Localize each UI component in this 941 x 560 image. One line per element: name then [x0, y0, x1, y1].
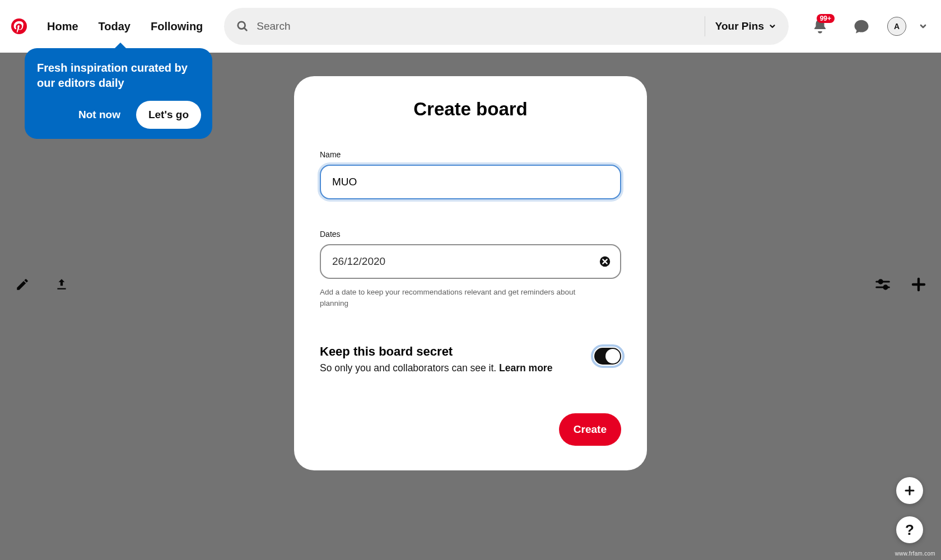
create-button[interactable]: Create	[559, 413, 621, 446]
svg-line-2	[244, 28, 247, 31]
floating-buttons: ?	[896, 477, 923, 543]
tooltip-go-button[interactable]: Let's go	[136, 101, 201, 129]
today-tooltip: Fresh inspiration curated by our editors…	[25, 48, 212, 139]
nav-today[interactable]: Today	[88, 12, 141, 41]
nav-following[interactable]: Following	[141, 12, 213, 41]
dates-label: Dates	[320, 230, 621, 239]
header-right-icons: 99+ A	[804, 11, 930, 42]
speech-bubble-icon	[853, 18, 870, 35]
close-circle-icon	[599, 255, 611, 268]
tooltip-text: Fresh inspiration curated by our editors…	[37, 60, 201, 91]
board-name-input[interactable]	[320, 165, 621, 199]
search-icon	[236, 20, 249, 32]
watermark: www.frfam.com	[895, 550, 935, 557]
secret-toggle[interactable]	[594, 348, 621, 365]
messages-button[interactable]	[846, 11, 877, 42]
top-header: Home Today Following Your Pins 99+ A	[0, 0, 941, 53]
notifications-button[interactable]: 99+	[804, 11, 836, 42]
primary-nav: Home Today Following	[37, 12, 213, 41]
plus-icon	[903, 484, 916, 497]
secret-desc-prefix: So only you and collaborators can see it…	[320, 362, 499, 374]
search-divider	[705, 16, 705, 36]
question-mark-icon: ?	[905, 521, 914, 539]
pinterest-logo-icon[interactable]	[11, 18, 27, 34]
avatar[interactable]: A	[887, 17, 906, 36]
nav-home[interactable]: Home	[37, 12, 88, 41]
tooltip-actions: Not now Let's go	[37, 101, 201, 129]
fab-add[interactable]	[896, 477, 923, 504]
learn-more-link[interactable]: Learn more	[499, 362, 552, 374]
create-board-modal: Create board Name Dates Add a date to ke…	[294, 76, 647, 470]
dates-helper-text: Add a date to keep your recommendations …	[320, 287, 600, 310]
notification-badge: 99+	[817, 14, 835, 23]
board-date-input[interactable]	[320, 244, 621, 279]
chevron-down-icon	[768, 22, 776, 30]
fab-help[interactable]: ?	[896, 516, 923, 543]
secret-text-block: Keep this board secret So only you and c…	[320, 344, 552, 374]
secret-description: So only you and collaborators can see it…	[320, 362, 552, 374]
search-input[interactable]	[257, 20, 694, 32]
account-menu-caret[interactable]	[916, 20, 930, 33]
your-pins-label: Your Pins	[715, 20, 764, 32]
tooltip-dismiss-button[interactable]: Not now	[78, 109, 120, 121]
your-pins-filter[interactable]: Your Pins	[715, 20, 776, 32]
chevron-down-icon	[919, 22, 928, 31]
search-bar[interactable]: Your Pins	[224, 8, 789, 45]
clear-date-button[interactable]	[599, 255, 611, 268]
avatar-initial: A	[894, 22, 900, 31]
name-label: Name	[320, 150, 621, 159]
modal-title: Create board	[320, 99, 621, 120]
secret-title: Keep this board secret	[320, 344, 552, 359]
toggle-knob	[605, 349, 620, 363]
